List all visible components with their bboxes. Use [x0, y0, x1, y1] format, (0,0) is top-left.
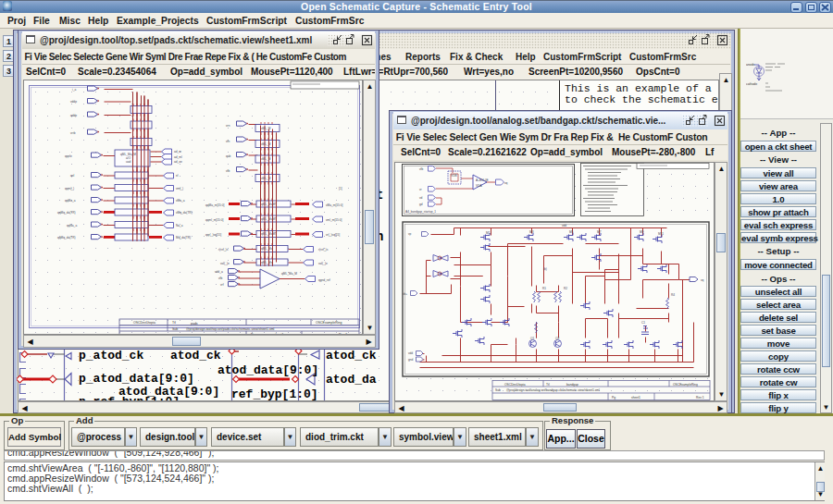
svg-text:vd: vd [419, 196, 423, 200]
svg-text:Sub: Sub [172, 327, 178, 331]
svg-text:p_ref_byp[1:0]: p_ref_byp[1:0] [79, 395, 180, 400]
svg-text:pads: pads [191, 322, 198, 326]
svg-text:M7: M7 [597, 230, 602, 234]
svg-text:atod_data[9:0]: atod_data[9:0] [218, 363, 318, 377]
svg-text:vfb: vfb [419, 167, 423, 171]
svg-text:VDA: VDA [476, 184, 482, 188]
svg-text:vdd: vdd [562, 224, 566, 227]
svg-text:atod_ck: atod_ck [326, 350, 377, 363]
svg-text:qab: qab [226, 154, 231, 158]
svg-text:Sub: Sub [495, 388, 501, 392]
svg-text:vq: vq [701, 278, 704, 282]
svg-text:vrrb: vrrb [70, 131, 76, 135]
svg-text:qqMa_a: qqMa_a [65, 199, 76, 203]
svg-text:A4_bandgap_startup_1: A4_bandgap_startup_1 [405, 210, 436, 214]
svg-text:M3: M3 [529, 230, 534, 234]
svg-text:Ttl: Ttl [172, 321, 176, 325]
svg-text:vMa_a: vMa_a [176, 199, 185, 203]
svg-text:M11: M11 [658, 232, 664, 236]
svg-text:vb+: vb+ [403, 292, 407, 296]
svg-text:ad_oe: ad_oe [174, 160, 182, 164]
svg-text:qddp: qddp [70, 114, 77, 117]
svg-text:vML_M: vML_M [261, 177, 271, 180]
svg-text:vrf: vrf [220, 283, 224, 287]
svg-text:vq: vq [504, 181, 508, 185]
svg-text:OSCDevUtopia: OSCDevUtopia [133, 321, 155, 325]
svg-text:vddp: vddp [70, 100, 77, 104]
svg-text:gd: gd [419, 203, 423, 206]
svg-text:vm(_): vm(_) [176, 187, 183, 191]
svg-text:Mq_da(TR): Mq_da(TR) [176, 236, 191, 240]
svg-text:gnd: gnd [408, 358, 414, 362]
svg-text:ad_m: ad_m [174, 150, 181, 154]
svg-text:M1: M1 [486, 231, 491, 235]
svg-text:val(_)e: val(_)e [318, 262, 328, 265]
svg-text:Ttl: Ttl [546, 383, 550, 387]
svg-text:OSCExampleRing: OSCExampleRing [316, 321, 342, 325]
svg-text:qgnd_ref: qgnd_ref [318, 278, 330, 282]
svg-text:A+B/4.0E: A+B/4.0E [476, 178, 489, 182]
svg-text:qqml_m[15:0]: qqml_m[15:0] [205, 218, 223, 222]
svg-text:cathode: cathode [746, 82, 757, 86]
svg-text:vml_m[15:0]: vml_m[15:0] [326, 218, 342, 222]
svg-text:vdd: vdd [408, 351, 413, 355]
svg-text:r(ref_)s: r(ref_)s [318, 248, 329, 252]
svg-text:atod_da: atod_da [326, 373, 377, 387]
svg-text:R4: R4 [671, 293, 675, 297]
svg-text:qqMa_m[15:0]: qqMa_m[15:0] [205, 203, 224, 207]
svg-text:ad_ml: ad_ml [174, 155, 182, 159]
svg-text:p_atod_ck: p_atod_ck [79, 350, 143, 363]
svg-text:vr(_)sq[15]: vr(_)sq[15] [326, 233, 340, 237]
svg-text:M9: M9 [640, 230, 644, 234]
svg-text:vfb: vfb [226, 169, 230, 173]
svg-text:Rev 1: Rev 1 [696, 396, 704, 400]
svg-text:Na_a: Na_a [176, 224, 183, 227]
svg-text:sheet1: sheet1 [631, 396, 640, 400]
svg-text:vMa_m[15:0]: vMa_m[15:0] [326, 203, 343, 207]
svg-text:Pg: Pg [612, 396, 615, 400]
svg-text:vMq_da(TR): vMq_da(TR) [176, 211, 193, 215]
svg-text:qML_Ma: qML_Ma [261, 247, 273, 251]
svg-text:vML_M: vML_M [261, 157, 271, 161]
svg-text:vrn: vrn [226, 124, 230, 128]
svg-text:OSCExampleRing: OSCExampleRing [673, 383, 698, 387]
svg-text:anode: anode [746, 63, 755, 67]
svg-text:C1: C1 [641, 321, 645, 325]
svg-text:OSCDevUtopia: OSCDevUtopia [504, 383, 526, 387]
svg-text:ref_byp[1:0]: ref_byp[1:0] [231, 387, 318, 400]
svg-text:qqMq_da(TR): qqMq_da(TR) [57, 236, 76, 240]
svg-text:vdd_a: vdd_a [215, 270, 223, 274]
svg-text:i_a: i_a [72, 88, 77, 92]
svg-text:atod_ck: atod_ck [170, 350, 221, 363]
svg-text:qqelе: qqelе [65, 154, 72, 158]
svg-text:vML_M: vML_M [261, 127, 271, 130]
svg-text:Q1: Q1 [530, 337, 534, 340]
svg-text:qML_Ma_M: qML_Ma_M [281, 272, 297, 276]
svg-text:@proj/design.tool/top.set/pads: @proj/design.tool/top.set/pads.ckt/schem… [186, 327, 275, 331]
svg-text:r(ref_)s: r(ref_)s [218, 248, 229, 252]
svg-text:val(_)e: val(_)e [220, 262, 230, 265]
svg-text:vfn: vfn [226, 140, 230, 143]
svg-text:qqr(_)sq[15]: qqr(_)sq[15] [205, 233, 221, 237]
svg-text:qqm(_): qqm(_) [65, 187, 74, 191]
svg-text:uad: uad [126, 160, 131, 164]
svg-text:vfb: vfb [218, 277, 222, 280]
svg-text:vML_M: vML_M [261, 142, 271, 146]
svg-text:@proj/design.tool/analog.set/b: @proj/design.tool/analog.set/bandgap.ckt… [506, 388, 600, 392]
svg-text:vp: vp [408, 232, 412, 236]
svg-text:qqNa_a: qqNa_a [67, 224, 77, 227]
svg-text:qML_Ma: qML_Ma [261, 261, 273, 264]
svg-text:el: el [176, 174, 179, 178]
svg-text:p_atod_data[9:0]: p_atod_data[9:0] [79, 372, 194, 386]
svg-text:[1]: [1] [339, 187, 342, 191]
svg-text:bandgap: bandgap [566, 383, 578, 387]
svg-text:R2: R2 [564, 287, 567, 290]
svg-text:VDB: VDB [451, 174, 457, 178]
svg-text:qqMq_da(TR): qqMq_da(TR) [57, 211, 76, 215]
svg-text:M5: M5 [569, 230, 574, 234]
svg-text:R1: R1 [542, 287, 546, 290]
svg-text:Q2: Q2 [555, 337, 559, 340]
svg-text:qel: qel [70, 174, 75, 178]
svg-text:(b): (b) [543, 267, 547, 271]
